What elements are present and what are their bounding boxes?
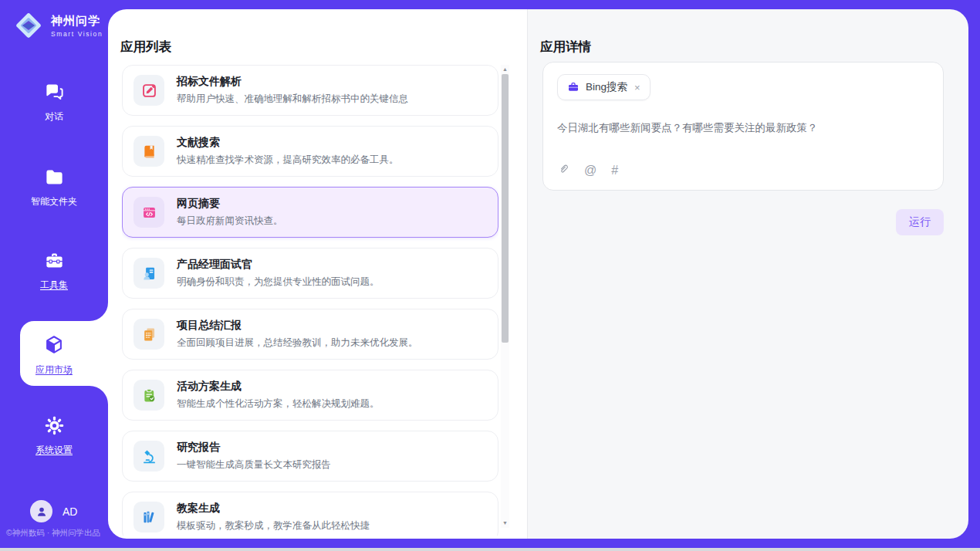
app-window: 神州问学 Smart Vision 对话 智能文件夹 [0,0,980,548]
app-card-desc: 帮助用户快速、准确地理解和解析招标书中的关键信息 [177,93,408,106]
app-card-desc: 全面回顾项目进展，总结经验教训，助力未来优化发展。 [177,336,418,350]
main-content: 应用列表 招标文件解析 帮助用户快速、准确地理解和解析招标书中的关键信息 [108,9,968,539]
brand-subtitle: Smart Vision [51,30,103,38]
app-card-desc: 每日政府新闻资讯快查。 [177,215,283,228]
tool-chip-bing-search[interactable]: Bing搜索 × [557,74,651,100]
app-card-name: 研究报告 [177,441,331,455]
hash-icon[interactable]: # [611,164,618,177]
app-card-text: 研究报告 一键智能生成高质量长文本研究报告 [177,441,331,472]
scrollbar-thumb[interactable] [502,74,509,343]
brand-diamond-icon [13,10,44,41]
run-button[interactable]: 运行 [896,209,944,235]
app-card-name: 网页摘要 [177,197,283,211]
browser-code-icon [133,197,164,228]
sidebar-item-app-market[interactable]: 应用市场 [0,334,108,377]
app-card-project-summary[interactable]: 项目总结汇报 全面回顾项目进展，总结经验教训，助力未来优化发展。 [122,309,498,360]
app-card-text: 网页摘要 每日政府新闻资讯快查。 [177,197,283,228]
report-pages-icon [133,319,164,350]
chat-icon [44,92,65,105]
app-detail-panel: 应用详情 Bing搜索 × 今日湖北有哪些新闻要点？有哪些需要关注的最新政策？ [527,9,968,539]
edit-document-icon [133,75,164,106]
sidebar-item-label: 应用市场 [0,363,108,377]
user-account[interactable]: AD [30,500,77,522]
app-card-name: 招标文件解析 [177,75,408,89]
sidebar-item-label: 对话 [0,110,108,123]
scroll-down-icon[interactable]: ▼ [501,519,509,528]
app-card-lesson-plan[interactable]: 教案生成 模板驱动，教案秒成，教学准备从此轻松快捷 [122,492,498,536]
app-detail-title: 应用详情 [540,39,591,56]
close-icon[interactable]: × [634,82,640,93]
list-scrollbar[interactable]: ▲ ▼ [501,65,509,528]
scroll-up-icon[interactable]: ▲ [501,65,509,74]
briefcase-icon [567,81,580,93]
app-card-desc: 智能生成个性化活动方案，轻松解决规划难题。 [177,397,380,411]
sidebar-item-toolset[interactable]: 工具集 [0,250,108,292]
app-card-literature-search[interactable]: 文献搜索 快速精准查找学术资源，提高研究效率的必备工具。 [122,126,498,177]
app-card-text: 活动方案生成 智能生成个性化活动方案，轻松解决规划难题。 [177,380,380,411]
brand-title: 神州问学 [51,14,103,29]
sidebar-item-label: 系统设置 [0,444,108,457]
app-list: 招标文件解析 帮助用户快速、准确地理解和解析招标书中的关键信息 文献搜索 [122,65,498,536]
app-card-text: 文献搜索 快速精准查找学术资源，提高研究效率的必备工具。 [177,136,399,167]
sidebar-item-settings[interactable]: 系统设置 [0,415,108,457]
app-card-research-report[interactable]: 研究报告 一键智能生成高质量长文本研究报告 [122,431,498,482]
app-card-text: 招标文件解析 帮助用户快速、准确地理解和解析招标书中的关键信息 [177,75,408,106]
resume-person-icon [133,258,164,289]
at-icon[interactable]: @ [584,164,596,177]
app-list-panel: 应用列表 招标文件解析 帮助用户快速、准确地理解和解析招标书中的关键信息 [108,9,527,539]
gear-icon [44,425,65,438]
app-card-event-plan[interactable]: 活动方案生成 智能生成个性化活动方案，轻松解决规划难题。 [122,370,498,421]
prompt-composer[interactable]: Bing搜索 × 今日湖北有哪些新闻要点？有哪些需要关注的最新政策？ @ # [542,62,944,191]
person-icon [35,505,48,518]
microscope-icon [133,441,164,472]
copyright-text: ©神州数码 · 神州问学出品 [6,528,100,539]
run-row: 运行 [542,209,944,235]
app-card-name: 教案生成 [177,502,370,516]
app-card-name: 活动方案生成 [177,380,380,394]
user-name: AD [63,505,77,518]
app-list-title: 应用列表 [120,39,171,56]
app-card-desc: 一键智能生成高质量长文本研究报告 [177,458,331,472]
toolbox-icon [44,260,65,273]
app-card-name: 文献搜索 [177,136,399,150]
clipboard-check-icon [133,380,164,411]
app-card-pm-interviewer[interactable]: 产品经理面试官 明确身份和职责，为您提供专业性的面试问题。 [122,248,498,299]
cube-icon [43,345,65,358]
app-card-desc: 快速精准查找学术资源，提高研究效率的必备工具。 [177,154,399,167]
app-card-web-summary[interactable]: 网页摘要 每日政府新闻资讯快查。 [122,187,498,238]
composer-toolbar: @ # [557,163,929,178]
book-icon [133,136,164,167]
app-card-desc: 模板驱动，教案秒成，教学准备从此轻松快捷 [177,519,370,532]
app-card-bid-analysis[interactable]: 招标文件解析 帮助用户快速、准确地理解和解析招标书中的关键信息 [122,65,498,116]
sidebar-item-smart-folder[interactable]: 智能文件夹 [0,167,108,208]
avatar [30,500,52,522]
bubble-top-curve [90,303,108,321]
brand-text: 神州问学 Smart Vision [51,14,103,38]
app-card-text: 教案生成 模板驱动，教案秒成，教学准备从此轻松快捷 [177,502,370,532]
prompt-text[interactable]: 今日湖北有哪些新闻要点？有哪些需要关注的最新政策？ [557,121,929,135]
paperclip-icon[interactable] [557,163,569,178]
folder-icon [44,177,65,190]
sidebar-item-label: 智能文件夹 [0,195,108,208]
app-card-name: 产品经理面试官 [177,258,380,272]
books-icon [133,502,164,532]
app-card-name: 项目总结汇报 [177,319,418,333]
sidebar-item-chat[interactable]: 对话 [0,82,108,123]
bubble-bottom-curve [90,386,108,404]
app-card-text: 产品经理面试官 明确身份和职责，为您提供专业性的面试问题。 [177,258,380,289]
brand-logo: 神州问学 Smart Vision [13,10,103,41]
tool-chip-label: Bing搜索 [586,80,627,94]
sidebar: 神州问学 Smart Vision 对话 智能文件夹 [0,0,108,548]
sidebar-item-label: 工具集 [0,279,108,292]
app-card-desc: 明确身份和职责，为您提供专业性的面试问题。 [177,276,380,289]
app-card-text: 项目总结汇报 全面回顾项目进展，总结经验教训，助力未来优化发展。 [177,319,418,350]
